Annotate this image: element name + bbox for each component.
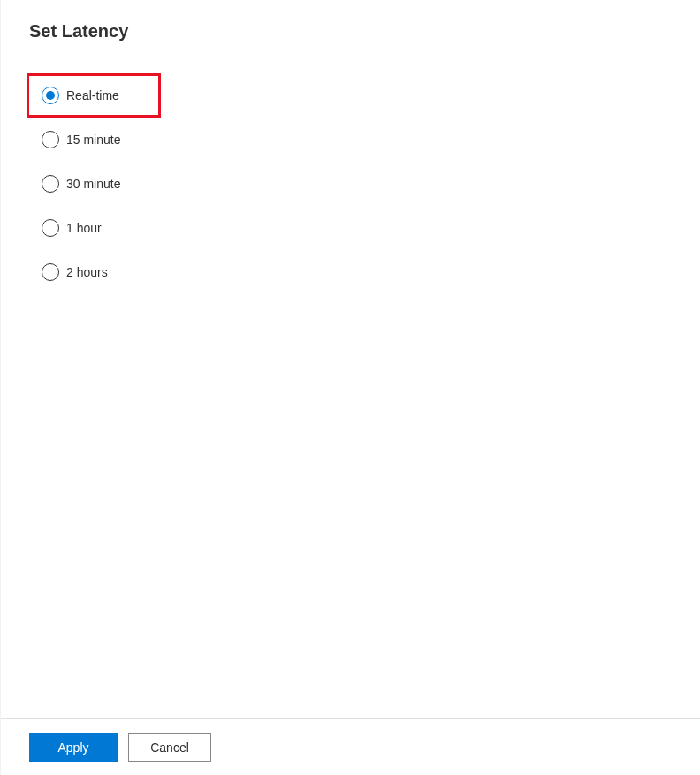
- radio-icon: [42, 219, 59, 237]
- radio-label: Real-time: [66, 88, 119, 103]
- apply-button[interactable]: Apply: [29, 733, 118, 762]
- radio-icon: [42, 175, 59, 193]
- radio-label: 15 minute: [66, 133, 120, 147]
- cancel-button[interactable]: Cancel: [128, 733, 211, 762]
- latency-option-15-minute[interactable]: 15 minute: [29, 118, 686, 162]
- radio-icon: [42, 87, 59, 104]
- latency-option-1-hour[interactable]: 1 hour: [29, 206, 686, 250]
- panel-title: Set Latency: [29, 21, 686, 42]
- latency-option-real-time[interactable]: Real-time: [27, 73, 161, 118]
- panel-footer: Apply Cancel: [1, 718, 700, 775]
- latency-options: Real-time 15 minute 30 minute 1 hour 2 h…: [29, 73, 686, 294]
- radio-icon: [42, 263, 59, 281]
- radio-label: 30 minute: [66, 177, 120, 191]
- latency-option-2-hours[interactable]: 2 hours: [29, 250, 686, 294]
- set-latency-panel: Set Latency Real-time 15 minute 30 minut…: [0, 0, 700, 775]
- radio-icon: [42, 131, 59, 148]
- radio-label: 2 hours: [66, 265, 108, 279]
- radio-label: 1 hour: [66, 221, 102, 235]
- latency-option-30-minute[interactable]: 30 minute: [29, 162, 686, 206]
- radio-selected-dot: [46, 91, 55, 100]
